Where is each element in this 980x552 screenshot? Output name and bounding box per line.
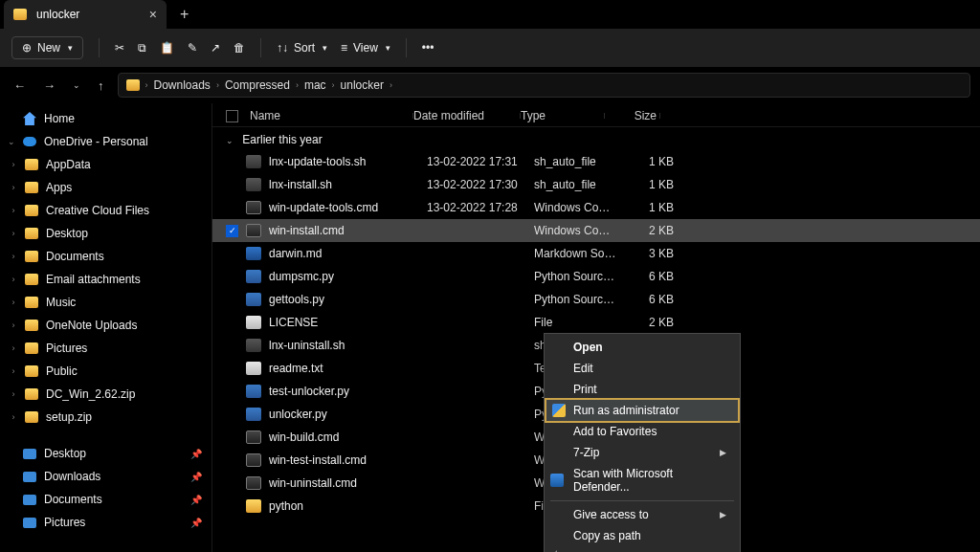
sidebar-label: Public (46, 364, 78, 378)
ctx-defender[interactable]: Scan with Microsoft Defender... (545, 463, 740, 497)
file-row[interactable]: gettools.pyPython Source File6 KB (212, 288, 980, 311)
group-header[interactable]: ⌄ Earlier this year (212, 127, 980, 150)
cut-button[interactable]: ✂ (115, 41, 124, 55)
sidebar-item[interactable]: ›Apps (0, 176, 212, 199)
ctx-label: Edit (573, 362, 593, 375)
ctx-7zip[interactable]: 7-Zip▶ (545, 442, 740, 463)
sidebar-item[interactable]: ›Email attachments (0, 268, 212, 291)
file-row[interactable]: LICENSEFile2 KB (212, 311, 980, 334)
new-button[interactable]: ⊕ New ▾ (11, 36, 83, 59)
col-size-header[interactable]: Size (605, 109, 660, 122)
forward-button[interactable]: → (39, 75, 59, 97)
view-button[interactable]: ≡ View ▾ (341, 41, 390, 55)
sort-button[interactable]: ↑↓ Sort ▾ (277, 41, 327, 55)
breadcrumb[interactable]: unlocker (341, 78, 384, 92)
file-row[interactable]: lnx-update-tools.sh13-02-2022 17:31sh_au… (212, 150, 980, 173)
ctx-print[interactable]: Print (545, 379, 740, 400)
folder-icon (25, 342, 38, 354)
sidebar-quick-item[interactable]: Pictures📌 (0, 511, 212, 534)
paste-button[interactable]: 📋 (160, 41, 174, 55)
breadcrumb[interactable]: Downloads (154, 78, 211, 92)
sidebar-item[interactable]: ›Pictures (0, 337, 212, 360)
sidebar-quick-item[interactable]: Documents📌 (0, 488, 212, 511)
file-row[interactable]: lnx-install.sh13-02-2022 17:30sh_auto_fi… (212, 173, 980, 196)
breadcrumb[interactable]: mac (304, 78, 326, 92)
recent-button[interactable]: ⌄ (69, 77, 84, 94)
sidebar-item[interactable]: ›Music (0, 291, 212, 314)
separator (99, 38, 100, 57)
col-type-header[interactable]: Type (521, 109, 605, 122)
col-date-header[interactable]: Date modified (413, 109, 521, 122)
chevron-right-icon[interactable]: › (10, 298, 17, 307)
ctx-edit[interactable]: Edit (545, 358, 740, 379)
select-all-checkbox[interactable] (226, 110, 238, 122)
chevron-right-icon[interactable]: › (10, 275, 17, 284)
folder-icon (25, 159, 38, 170)
file-type: File (534, 316, 618, 329)
file-list: Name Date modified Type Size ⌄ Earlier t… (212, 103, 980, 552)
chevron-right-icon[interactable]: › (10, 366, 17, 376)
close-tab-icon[interactable]: × (149, 7, 157, 22)
sidebar-item[interactable]: ›Public (0, 360, 212, 383)
copy-button[interactable]: ⧉ (138, 41, 146, 55)
sidebar-quick-item[interactable]: Downloads📌 (0, 465, 212, 488)
file-icon (246, 178, 261, 191)
chevron-right-icon[interactable]: › (10, 320, 17, 330)
sidebar-item[interactable]: ›Creative Cloud Files (0, 199, 212, 222)
file-row[interactable]: dumpsmc.pyPython Source File6 KB (212, 265, 980, 288)
chevron-right-icon[interactable]: › (10, 252, 17, 261)
ctx-label: Scan with Microsoft Defender... (573, 467, 726, 494)
address-bar[interactable]: › Downloads › Compressed › mac › unlocke… (118, 73, 971, 98)
file-icon (246, 339, 261, 352)
chevron-right-icon[interactable]: › (10, 412, 17, 422)
sidebar: Home ⌄ OneDrive - Personal ›AppData›Apps… (0, 103, 212, 552)
chevron-right-icon[interactable]: › (10, 343, 17, 353)
file-name: test-unlocker.py (269, 385, 427, 398)
new-tab-button[interactable]: + (174, 6, 194, 23)
back-button[interactable]: ← (10, 75, 30, 97)
folder-icon (25, 251, 38, 262)
file-row[interactable]: darwin.mdMarkdown Source...3 KB (212, 242, 980, 265)
col-name-header[interactable]: Name (226, 109, 413, 122)
file-name: win-uninstall.cmd (269, 476, 427, 490)
chevron-right-icon[interactable]: › (10, 206, 17, 215)
chevron-right-icon[interactable]: › (10, 160, 17, 169)
folder-icon (25, 228, 38, 239)
breadcrumb[interactable]: Compressed (225, 78, 290, 92)
row-checkbox[interactable]: ✓ (226, 225, 238, 237)
more-button[interactable]: ••• (422, 41, 434, 55)
sidebar-item-home[interactable]: Home (0, 107, 212, 130)
ctx-share[interactable]: Share (545, 546, 740, 552)
tab-title: unlocker (36, 8, 79, 21)
sidebar-item-onedrive[interactable]: ⌄ OneDrive - Personal (0, 130, 212, 153)
chevron-right-icon[interactable]: › (10, 389, 17, 399)
up-button[interactable]: ↑ (94, 75, 108, 97)
file-row[interactable]: ✓win-install.cmdWindows Comma...2 KB (212, 219, 980, 242)
window-tab[interactable]: unlocker × (4, 0, 167, 29)
share-button[interactable]: ↗ (211, 41, 220, 55)
rename-button[interactable]: ✎ (188, 41, 197, 55)
file-row[interactable]: win-update-tools.cmd13-02-2022 17:28Wind… (212, 196, 980, 219)
ctx-add-favorites[interactable]: Add to Favorites (545, 421, 740, 442)
sidebar-item[interactable]: ›AppData (0, 153, 212, 176)
folder-icon (126, 79, 140, 91)
chevron-right-icon[interactable]: › (10, 183, 17, 192)
ctx-give-access[interactable]: Give access to▶ (545, 504, 740, 525)
chevron-down-icon[interactable]: ⌄ (8, 137, 15, 146)
sidebar-item[interactable]: ›Desktop (0, 222, 212, 245)
file-size: 1 KB (618, 201, 674, 214)
sidebar-item[interactable]: ›setup.zip (0, 406, 212, 429)
file-size: 2 KB (618, 224, 674, 237)
sidebar-quick-item[interactable]: Desktop📌 (0, 442, 212, 465)
ctx-run-as-admin[interactable]: Run as administrator (545, 398, 740, 423)
ctx-copy-path[interactable]: Copy as path (545, 525, 740, 546)
sidebar-item[interactable]: ›OneNote Uploads (0, 314, 212, 337)
sidebar-item[interactable]: ›Documents (0, 245, 212, 268)
chevron-right-icon[interactable]: › (10, 229, 17, 238)
sort-label: Sort (294, 41, 315, 55)
delete-button[interactable]: 🗑 (234, 41, 245, 55)
ctx-open[interactable]: Open (545, 337, 740, 358)
sidebar-item[interactable]: ›DC_Win_2.62.zip (0, 383, 212, 406)
home-icon (23, 112, 36, 125)
file-name: LICENSE (269, 316, 427, 329)
